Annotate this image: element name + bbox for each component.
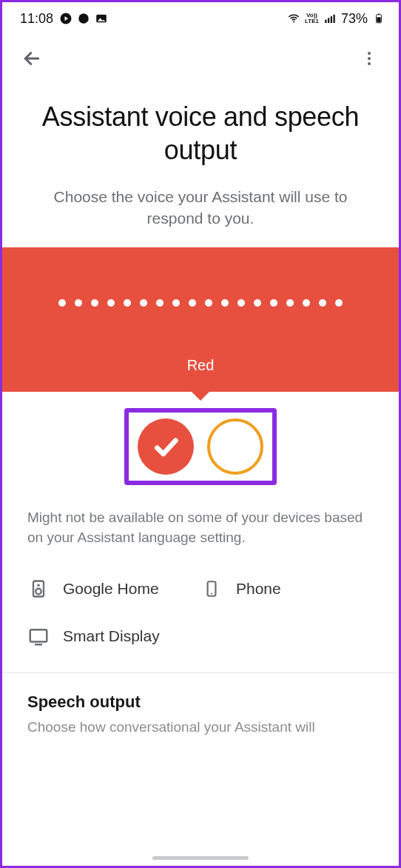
device-label: Smart Display: [63, 627, 160, 645]
svg-rect-5: [328, 18, 329, 23]
voice-option-orange[interactable]: [207, 418, 263, 475]
home-indicator[interactable]: [152, 856, 249, 860]
svg-rect-6: [331, 16, 332, 23]
speech-output-subtitle: Choose how conversational your Assistant…: [2, 719, 399, 740]
selected-voice-label: Red: [2, 357, 399, 374]
status-bar: 11:08 Vo))LTE1: [2, 2, 399, 35]
svg-point-11: [368, 52, 371, 55]
device-item[interactable]: Phone: [200, 578, 374, 600]
screen: 11:08 Vo))LTE1: [0, 0, 401, 868]
svg-rect-7: [333, 15, 334, 23]
battery-icon: [372, 12, 385, 25]
availability-note: Might not be available on some of your d…: [2, 503, 399, 566]
svg-rect-19: [30, 630, 47, 641]
waveform-dot: [254, 299, 261, 307]
waveform-dot: [303, 299, 310, 307]
svg-point-15: [37, 584, 40, 587]
battery-percent: 73%: [341, 11, 368, 27]
wifi-icon: [287, 12, 300, 25]
smartdisplay-icon: [27, 625, 50, 647]
device-list: Google HomePhoneSmart Display: [2, 566, 399, 672]
waveform-dot: [205, 299, 212, 307]
waveform-dot: [91, 299, 98, 307]
play-circle-icon: [59, 12, 73, 25]
waveform-dot: [172, 299, 180, 307]
waveform-dot: [319, 299, 326, 307]
svg-point-13: [368, 62, 371, 65]
svg-rect-9: [378, 14, 380, 15]
status-time: 11:08: [20, 11, 53, 27]
speech-output-title[interactable]: Speech output: [2, 690, 399, 719]
voice-option-red[interactable]: [138, 418, 194, 475]
waveform-dot: [335, 299, 343, 307]
svg-point-16: [36, 589, 41, 594]
signal-icon: [323, 12, 337, 25]
device-label: Phone: [236, 580, 281, 598]
voice-preview-panel: Red: [2, 247, 399, 392]
highlight-box: [124, 408, 277, 485]
check-icon: [151, 432, 181, 461]
waveform-dot: [107, 299, 115, 307]
device-item[interactable]: Smart Display: [27, 625, 200, 647]
overflow-menu-button[interactable]: [356, 45, 383, 72]
waveform-dot: [286, 299, 294, 307]
svg-point-12: [368, 57, 371, 60]
back-button[interactable]: [18, 45, 45, 72]
voice-waveform: [2, 299, 399, 357]
phone-icon: [200, 578, 223, 600]
waveform-dot: [75, 299, 82, 307]
waveform-dot: [124, 299, 131, 307]
speaker-icon: [27, 578, 50, 600]
svg-rect-4: [325, 20, 326, 24]
waveform-dot: [189, 299, 196, 307]
page-title: Assistant voice and speech output: [2, 82, 399, 176]
image-icon: [95, 12, 108, 25]
page-subtitle: Choose the voice your Assistant will use…: [2, 176, 399, 247]
waveform-dot: [156, 299, 164, 307]
notification-icon: [77, 12, 90, 25]
voice-selector: [2, 392, 399, 503]
svg-point-3: [293, 21, 294, 23]
app-bar: [2, 35, 399, 82]
waveform-dot: [270, 299, 277, 307]
waveform-dot: [237, 299, 245, 307]
divider: [2, 672, 399, 673]
svg-point-18: [211, 592, 212, 594]
pointer-icon: [190, 390, 211, 401]
device-item[interactable]: Google Home: [27, 578, 200, 600]
waveform-dot: [140, 299, 147, 307]
svg-point-1: [78, 13, 89, 24]
volte-icon: Vo))LTE1: [305, 13, 319, 24]
waveform-dot: [221, 299, 229, 307]
device-label: Google Home: [63, 580, 159, 598]
waveform-dot: [58, 299, 66, 307]
svg-rect-10: [377, 17, 380, 22]
